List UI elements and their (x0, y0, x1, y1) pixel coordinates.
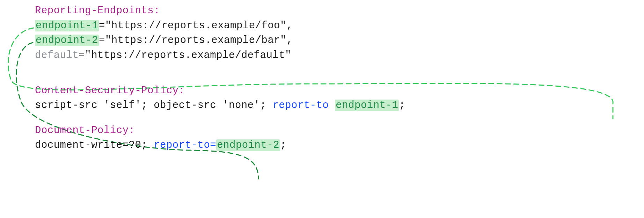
code-diagram: Reporting-Endpoints: endpoint-1="https:/… (35, 3, 641, 153)
header-csp: Content-Security-Policy: (35, 85, 185, 96)
csp-block: Content-Security-Policy: script-src 'sel… (35, 83, 641, 113)
docpolicy-endpoint-target: endpoint-2 (216, 139, 280, 151)
document-policy-block: Document-Policy: document-write=?0; repo… (35, 123, 641, 153)
header-document-policy: Document-Policy: (35, 125, 135, 136)
csp-endpoint-target: endpoint-1 (335, 100, 399, 111)
reporting-line-3: default="https://reports.example/default… (35, 48, 641, 63)
csp-body: script-src 'self'; object-src 'none'; re… (35, 98, 641, 113)
reporting-line-1: endpoint-1="https://reports.example/foo"… (35, 19, 641, 34)
endpoint-2-label: endpoint-2 (35, 35, 99, 46)
docpolicy-body: document-write=?0; report-to=endpoint-2; (35, 138, 641, 153)
docpolicy-report-to: report-to= (154, 139, 216, 151)
default-label: default (35, 50, 79, 61)
endpoint-1-label: endpoint-1 (35, 20, 99, 31)
csp-report-to: report-to (272, 100, 335, 111)
reporting-line-2: endpoint-2="https://reports.example/bar"… (35, 33, 641, 48)
header-reporting-endpoints: Reporting-Endpoints: (35, 5, 160, 16)
reporting-endpoints-block: Reporting-Endpoints: endpoint-1="https:/… (35, 3, 641, 63)
